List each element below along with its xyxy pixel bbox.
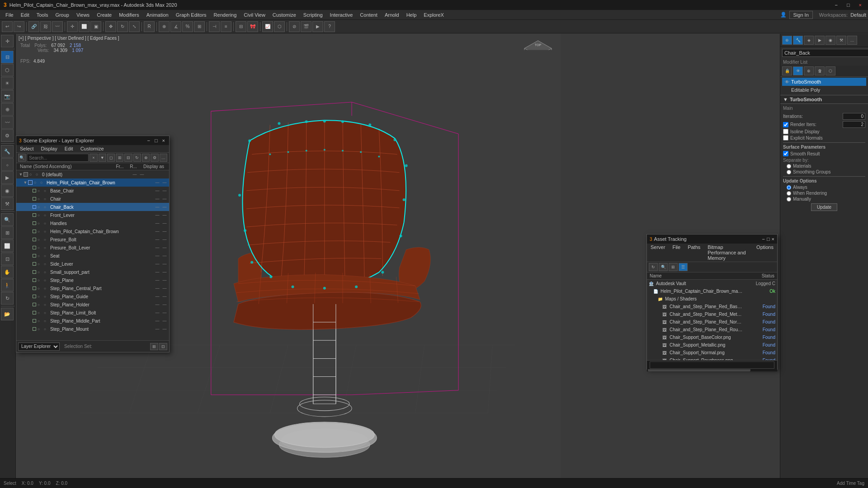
list-item[interactable]: ○ ○ Step_Plane_Guide — — xyxy=(16,292,169,300)
list-item[interactable]: ○ ○ Helm_Pilot_Captain_Chair_Brown — — xyxy=(16,227,169,235)
at-list-item[interactable]: 🖼 Chair_and_Step_Plane_Red_Normal.png Fo… xyxy=(647,318,777,326)
list-item[interactable]: ▼ ○ ○ 0 (default) — — xyxy=(16,170,169,178)
eye-icon[interactable]: ○ xyxy=(38,303,44,307)
list-item[interactable]: ○ ○ Step_Plane_Holder — — xyxy=(16,300,169,309)
select-button[interactable]: ✛ xyxy=(67,21,78,32)
layer-explorer-button[interactable]: 📂 xyxy=(1,308,14,320)
se-collapse-all-btn[interactable]: ⊟ xyxy=(124,154,132,162)
modifier-move-down-btn[interactable]: ⬡ xyxy=(826,66,835,75)
modifier-delete-btn[interactable]: 🗑 xyxy=(815,66,825,75)
eye2-icon[interactable]: ○ xyxy=(44,246,50,250)
maximize-button[interactable]: □ xyxy=(844,2,853,8)
menu-customize[interactable]: Customize xyxy=(269,11,300,19)
isoline-checkbox[interactable] xyxy=(783,129,788,134)
rotate-button[interactable]: ↻ xyxy=(117,21,128,32)
list-item[interactable]: ○ ○ Chair_Back — — xyxy=(16,203,169,211)
spinner-snap-button[interactable]: ⊞ xyxy=(194,21,205,32)
scale-button[interactable]: ⤡ xyxy=(129,21,140,32)
snap-toggle-button[interactable]: ⊕ xyxy=(159,21,170,32)
eye-icon[interactable]: ○ xyxy=(38,278,44,282)
window-crossing-button[interactable]: ▣ xyxy=(90,21,101,32)
menu-help[interactable]: Help xyxy=(403,11,420,19)
menu-arnold[interactable]: Arnold xyxy=(381,11,403,19)
eye2-icon[interactable]: ○ xyxy=(44,295,50,299)
materials-radio[interactable] xyxy=(787,164,791,169)
eye-icon[interactable]: ○ xyxy=(38,270,44,274)
schematic-view-button[interactable]: ⬡ xyxy=(274,21,285,32)
eye2-icon[interactable]: ○ xyxy=(44,197,50,201)
utilities-button[interactable]: ⚒ xyxy=(1,197,14,210)
se-maximize-btn[interactable]: □ xyxy=(153,138,159,143)
se-select-all-btn[interactable]: ◻ xyxy=(107,154,115,162)
se-search-btn[interactable]: 🔍 xyxy=(18,154,26,162)
se-sync-btn[interactable]: ↻ xyxy=(133,154,141,162)
shapes-button[interactable]: ⬡ xyxy=(1,64,14,76)
extras-panel-btn[interactable]: … xyxy=(847,36,857,45)
at-list-item[interactable]: 🏦 Autodesk Vault Logged C xyxy=(647,280,777,287)
eye-icon[interactable]: ○ xyxy=(38,311,44,315)
menu-tools[interactable]: Tools xyxy=(33,11,52,19)
material-editor-button[interactable]: ⊘ xyxy=(289,21,300,32)
modifier-show-btn[interactable]: 👁 xyxy=(793,66,803,75)
menu-civil-view[interactable]: Civil View xyxy=(240,11,269,19)
at-list-item[interactable]: 🖼 Chair_and_Step_Plane_Red_BaseColor.png… xyxy=(647,303,777,310)
menu-modifiers[interactable]: Modifiers xyxy=(115,11,143,19)
eye-icon[interactable]: ○ xyxy=(38,205,44,209)
smooth-result-checkbox[interactable] xyxy=(783,151,788,156)
motion-panel-btn[interactable]: ▶ xyxy=(815,36,825,45)
list-item[interactable]: ○ ○ Step_Plane_Mount — — xyxy=(16,325,169,333)
at-list-item[interactable]: 📁 Maps / Shaders xyxy=(647,295,777,303)
modifier-lock-btn[interactable]: 🔒 xyxy=(782,66,792,75)
object-name-input[interactable] xyxy=(782,49,868,57)
list-item[interactable]: ○ ○ Step_Plane_Middle_Part — — xyxy=(16,317,169,325)
se-options-btn[interactable]: ⚙ xyxy=(151,154,158,162)
mirror-button[interactable]: ⊣ xyxy=(209,21,220,32)
list-item[interactable]: ○ ○ Step_Plane_Central_Part — — xyxy=(16,284,169,292)
eye2-icon[interactable]: ○ xyxy=(44,286,50,291)
manually-radio[interactable] xyxy=(787,197,791,202)
se-col-name[interactable]: Name (Sorted Ascending) xyxy=(18,164,113,169)
se-col-render[interactable]: R... xyxy=(127,164,140,169)
at-list-view-btn[interactable]: ☰ xyxy=(679,263,688,271)
modify-panel-button[interactable]: 🔧 xyxy=(1,145,14,158)
menu-animation[interactable]: Animation xyxy=(143,11,172,19)
create-panel-btn[interactable]: ⊕ xyxy=(782,36,792,45)
se-minimize-btn[interactable]: − xyxy=(146,138,151,143)
systems-button[interactable]: ⚙ xyxy=(1,129,14,142)
select-move-button[interactable]: ✥ xyxy=(105,21,116,32)
orbit-button[interactable]: ↻ xyxy=(1,292,14,305)
eye-icon[interactable]: ○ xyxy=(38,230,44,234)
menu-group[interactable]: Group xyxy=(52,11,73,19)
menu-create[interactable]: Create xyxy=(93,11,115,19)
eye-icon[interactable]: ○ xyxy=(38,295,44,299)
eye-icon[interactable]: ○ xyxy=(38,213,44,217)
list-item[interactable]: ○ ○ Presure_Bolt — — xyxy=(16,235,169,244)
eye2-icon[interactable]: ○ xyxy=(44,262,50,266)
curve-editor-button[interactable]: 📈 xyxy=(262,21,273,32)
display-panel-btn[interactable]: ◉ xyxy=(826,36,835,45)
se-extras-btn[interactable]: … xyxy=(160,154,167,162)
eye-icon[interactable]: ○ xyxy=(38,246,44,250)
eye2-icon[interactable]: ○ xyxy=(44,303,50,307)
at-menu-server[interactable]: Server xyxy=(647,244,669,262)
eye2-icon[interactable]: ○ xyxy=(44,327,50,331)
eye-icon[interactable]: ○ xyxy=(38,262,44,266)
percent-snap-button[interactable]: % xyxy=(182,21,193,32)
modify-panel-btn[interactable]: 🔧 xyxy=(793,36,803,45)
eye2-icon[interactable]: ○ xyxy=(44,270,50,274)
eye2-icon[interactable]: ○ xyxy=(44,254,50,258)
select-object-button[interactable]: ✛ xyxy=(1,35,14,47)
modifier-affect-btn[interactable]: ⊕ xyxy=(804,66,814,75)
at-maximize-btn[interactable]: □ xyxy=(767,236,770,242)
se-clear-search-btn[interactable]: × xyxy=(90,154,97,162)
when-rendering-radio[interactable] xyxy=(787,191,791,196)
redo-button[interactable]: ↪ xyxy=(14,21,24,32)
pan-button[interactable]: ✋ xyxy=(1,266,14,278)
list-item[interactable]: ○ ○ Step_Plane_Limit_Bolt — — xyxy=(16,309,169,317)
walk-button[interactable]: 🚶 xyxy=(1,279,14,291)
explicit-normals-checkbox[interactable] xyxy=(783,135,788,141)
se-footer-icon-2[interactable]: ⊡ xyxy=(159,343,167,350)
display-button[interactable]: ◉ xyxy=(1,184,14,197)
update-button[interactable]: Update xyxy=(811,203,837,211)
hierarchy-panel-btn[interactable]: ◈ xyxy=(804,36,814,45)
